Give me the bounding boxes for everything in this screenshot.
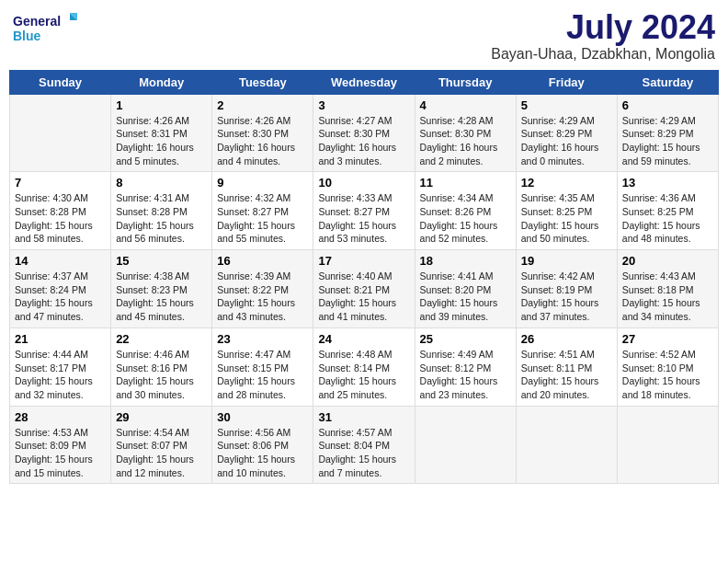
calendar-cell: 15Sunrise: 4:38 AM Sunset: 8:23 PM Dayli… <box>111 250 212 328</box>
day-number: 20 <box>622 254 713 268</box>
day-number: 22 <box>116 332 207 346</box>
svg-text:Blue: Blue <box>13 29 41 43</box>
calendar-cell: 28Sunrise: 4:53 AM Sunset: 8:09 PM Dayli… <box>10 406 111 484</box>
day-number: 30 <box>217 410 308 424</box>
day-number: 12 <box>521 176 612 190</box>
calendar-cell: 10Sunrise: 4:33 AM Sunset: 8:27 PM Dayli… <box>313 172 415 250</box>
calendar-cell: 31Sunrise: 4:57 AM Sunset: 8:04 PM Dayli… <box>313 406 415 484</box>
day-number: 24 <box>318 332 409 346</box>
day-number: 2 <box>217 98 308 112</box>
day-info: Sunrise: 4:52 AM Sunset: 8:10 PM Dayligh… <box>622 348 713 402</box>
day-info: Sunrise: 4:57 AM Sunset: 8:04 PM Dayligh… <box>318 426 409 480</box>
calendar-cell: 4Sunrise: 4:28 AM Sunset: 8:30 PM Daylig… <box>415 94 516 172</box>
day-info: Sunrise: 4:28 AM Sunset: 8:30 PM Dayligh… <box>420 114 511 168</box>
day-number: 6 <box>622 98 713 112</box>
day-number: 31 <box>318 410 409 424</box>
calendar-cell: 8Sunrise: 4:31 AM Sunset: 8:28 PM Daylig… <box>111 172 212 250</box>
svg-text:General: General <box>13 14 61 29</box>
calendar-cell: 11Sunrise: 4:34 AM Sunset: 8:26 PM Dayli… <box>415 172 516 250</box>
day-info: Sunrise: 4:39 AM Sunset: 8:22 PM Dayligh… <box>217 270 308 324</box>
calendar-cell: 18Sunrise: 4:41 AM Sunset: 8:20 PM Dayli… <box>415 250 516 328</box>
day-number: 29 <box>116 410 207 424</box>
calendar-cell: 29Sunrise: 4:54 AM Sunset: 8:07 PM Dayli… <box>111 406 212 484</box>
day-info: Sunrise: 4:51 AM Sunset: 8:11 PM Dayligh… <box>521 348 612 402</box>
day-info: Sunrise: 4:36 AM Sunset: 8:25 PM Dayligh… <box>622 191 713 246</box>
calendar-table: SundayMondayTuesdayWednesdayThursdayFrid… <box>9 70 719 485</box>
day-info: Sunrise: 4:41 AM Sunset: 8:20 PM Dayligh… <box>420 270 511 324</box>
calendar-cell: 27Sunrise: 4:52 AM Sunset: 8:10 PM Dayli… <box>617 327 718 406</box>
calendar-cell <box>10 94 111 172</box>
calendar-cell: 22Sunrise: 4:46 AM Sunset: 8:16 PM Dayli… <box>111 327 212 406</box>
day-number: 1 <box>116 98 207 112</box>
day-number: 9 <box>217 176 308 190</box>
calendar-cell: 16Sunrise: 4:39 AM Sunset: 8:22 PM Dayli… <box>212 250 313 328</box>
weekday-header-friday: Friday <box>516 70 617 94</box>
location-subtitle: Bayan-Uhaa, Dzabkhan, Mongolia <box>491 46 715 63</box>
calendar-cell: 2Sunrise: 4:26 AM Sunset: 8:30 PM Daylig… <box>212 94 313 172</box>
calendar-cell: 23Sunrise: 4:47 AM Sunset: 8:15 PM Dayli… <box>212 327 313 406</box>
calendar-cell: 1Sunrise: 4:26 AM Sunset: 8:31 PM Daylig… <box>111 94 212 172</box>
day-info: Sunrise: 4:34 AM Sunset: 8:26 PM Dayligh… <box>420 191 511 246</box>
day-info: Sunrise: 4:54 AM Sunset: 8:07 PM Dayligh… <box>116 426 207 480</box>
day-info: Sunrise: 4:27 AM Sunset: 8:30 PM Dayligh… <box>318 114 409 168</box>
calendar-cell <box>516 406 617 484</box>
day-info: Sunrise: 4:49 AM Sunset: 8:12 PM Dayligh… <box>420 348 511 402</box>
calendar-cell: 6Sunrise: 4:29 AM Sunset: 8:29 PM Daylig… <box>617 94 718 172</box>
day-info: Sunrise: 4:56 AM Sunset: 8:06 PM Dayligh… <box>217 426 308 480</box>
logo-svg: General Blue <box>13 9 77 51</box>
day-number: 28 <box>15 410 106 424</box>
day-number: 27 <box>622 332 713 346</box>
calendar-cell: 9Sunrise: 4:32 AM Sunset: 8:27 PM Daylig… <box>212 172 313 250</box>
calendar-cell: 30Sunrise: 4:56 AM Sunset: 8:06 PM Dayli… <box>212 406 313 484</box>
day-info: Sunrise: 4:43 AM Sunset: 8:18 PM Dayligh… <box>622 270 713 324</box>
calendar-cell: 13Sunrise: 4:36 AM Sunset: 8:25 PM Dayli… <box>617 172 718 250</box>
weekday-header-sunday: Sunday <box>10 70 111 94</box>
calendar-cell: 26Sunrise: 4:51 AM Sunset: 8:11 PM Dayli… <box>516 327 617 406</box>
calendar-cell: 25Sunrise: 4:49 AM Sunset: 8:12 PM Dayli… <box>415 327 516 406</box>
day-number: 16 <box>217 254 308 268</box>
calendar-cell: 5Sunrise: 4:29 AM Sunset: 8:29 PM Daylig… <box>516 94 617 172</box>
day-number: 26 <box>521 332 612 346</box>
day-number: 3 <box>318 98 409 112</box>
day-number: 14 <box>15 254 106 268</box>
day-info: Sunrise: 4:33 AM Sunset: 8:27 PM Dayligh… <box>318 191 409 246</box>
calendar-cell: 7Sunrise: 4:30 AM Sunset: 8:28 PM Daylig… <box>10 172 111 250</box>
day-number: 19 <box>521 254 612 268</box>
day-number: 18 <box>420 254 511 268</box>
day-info: Sunrise: 4:46 AM Sunset: 8:16 PM Dayligh… <box>116 348 207 402</box>
calendar-cell: 17Sunrise: 4:40 AM Sunset: 8:21 PM Dayli… <box>313 250 415 328</box>
day-info: Sunrise: 4:53 AM Sunset: 8:09 PM Dayligh… <box>15 426 106 480</box>
day-number: 7 <box>15 176 106 190</box>
day-info: Sunrise: 4:38 AM Sunset: 8:23 PM Dayligh… <box>116 270 207 324</box>
day-info: Sunrise: 4:37 AM Sunset: 8:24 PM Dayligh… <box>15 270 106 324</box>
day-info: Sunrise: 4:26 AM Sunset: 8:31 PM Dayligh… <box>116 114 207 168</box>
day-number: 23 <box>217 332 308 346</box>
weekday-header-thursday: Thursday <box>415 70 516 94</box>
page-header: General Blue July 2024 Bayan-Uhaa, Dzabk… <box>9 9 719 63</box>
month-year-title: July 2024 <box>491 9 715 46</box>
day-info: Sunrise: 4:35 AM Sunset: 8:25 PM Dayligh… <box>521 191 612 246</box>
day-info: Sunrise: 4:32 AM Sunset: 8:27 PM Dayligh… <box>217 191 308 246</box>
logo: General Blue <box>13 9 77 51</box>
day-info: Sunrise: 4:29 AM Sunset: 8:29 PM Dayligh… <box>622 114 713 168</box>
calendar-cell: 12Sunrise: 4:35 AM Sunset: 8:25 PM Dayli… <box>516 172 617 250</box>
day-info: Sunrise: 4:31 AM Sunset: 8:28 PM Dayligh… <box>116 191 207 246</box>
day-number: 21 <box>15 332 106 346</box>
day-number: 8 <box>116 176 207 190</box>
day-number: 15 <box>116 254 207 268</box>
calendar-cell: 20Sunrise: 4:43 AM Sunset: 8:18 PM Dayli… <box>617 250 718 328</box>
day-info: Sunrise: 4:30 AM Sunset: 8:28 PM Dayligh… <box>15 191 106 246</box>
day-info: Sunrise: 4:47 AM Sunset: 8:15 PM Dayligh… <box>217 348 308 402</box>
weekday-header-wednesday: Wednesday <box>313 70 415 94</box>
weekday-header-tuesday: Tuesday <box>212 70 313 94</box>
calendar-cell: 14Sunrise: 4:37 AM Sunset: 8:24 PM Dayli… <box>10 250 111 328</box>
day-number: 10 <box>318 176 409 190</box>
calendar-cell <box>617 406 718 484</box>
day-number: 25 <box>420 332 511 346</box>
day-number: 13 <box>622 176 713 190</box>
day-info: Sunrise: 4:44 AM Sunset: 8:17 PM Dayligh… <box>15 348 106 402</box>
calendar-cell: 24Sunrise: 4:48 AM Sunset: 8:14 PM Dayli… <box>313 327 415 406</box>
calendar-cell: 3Sunrise: 4:27 AM Sunset: 8:30 PM Daylig… <box>313 94 415 172</box>
calendar-cell: 19Sunrise: 4:42 AM Sunset: 8:19 PM Dayli… <box>516 250 617 328</box>
calendar-cell: 21Sunrise: 4:44 AM Sunset: 8:17 PM Dayli… <box>10 327 111 406</box>
